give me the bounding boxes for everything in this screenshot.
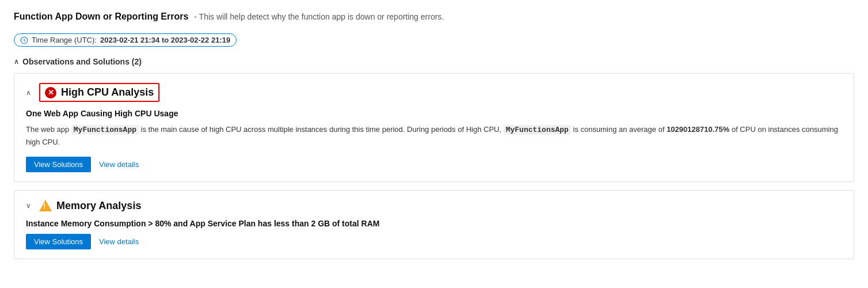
app-name-1: MyFunctionsApp (71, 125, 139, 135)
high-cpu-chevron[interactable]: ∧ (26, 89, 31, 97)
time-range-value: 2023-02-21 21:34 to 2023-02-22 21:19 (100, 36, 230, 44)
page-subtitle: - This will help detect why the function… (194, 12, 444, 21)
high-cpu-title-box: ✕ High CPU Analysis (39, 83, 159, 102)
high-cpu-view-details-link[interactable]: View details (99, 160, 139, 169)
high-cpu-actions: View Solutions View details (26, 157, 842, 172)
high-cpu-observation-text: The web app MyFunctionsApp is the main c… (26, 124, 842, 149)
memory-chevron[interactable]: ∨ (26, 202, 31, 210)
memory-observation-title: Instance Memory Consumption > 80% and Ap… (26, 219, 842, 228)
page-title: Function App Down or Reporting Errors (14, 12, 188, 21)
high-cpu-card-header: ∧ ✕ High CPU Analysis (26, 83, 842, 102)
error-icon: ✕ (45, 87, 56, 98)
high-cpu-view-solutions-button[interactable]: View Solutions (26, 157, 91, 172)
section-chevron: ∧ (14, 58, 19, 66)
obs-text-prefix: The web app (26, 125, 71, 134)
memory-title: Memory Analysis (56, 200, 141, 212)
memory-card-header: ∨ Memory Analysis (26, 200, 842, 212)
warning-icon (39, 200, 52, 211)
high-cpu-title: High CPU Analysis (61, 86, 154, 98)
memory-card: ∨ Memory Analysis Instance Memory Consum… (14, 190, 854, 259)
high-cpu-observation-title: One Web App Causing High CPU Usage (26, 109, 842, 118)
app-name-2: MyFunctionsApp (504, 125, 571, 135)
high-cpu-card: ∧ ✕ High CPU Analysis One Web App Causin… (14, 73, 854, 182)
cpu-bold-value: 10290128710.75% (667, 125, 729, 134)
time-range-label: Time Range (UTC): (32, 36, 97, 44)
memory-actions: View Solutions View details (26, 234, 842, 249)
obs-text-suffix-pre: is consuming an average of (571, 125, 667, 134)
time-range-badge[interactable]: Time Range (UTC): 2023-02-21 21:34 to 20… (14, 33, 237, 47)
observations-section-label: Observations and Solutions (2) (22, 57, 142, 66)
observations-section-header[interactable]: ∧ Observations and Solutions (2) (14, 57, 854, 66)
memory-view-solutions-button[interactable]: View Solutions (26, 234, 91, 249)
obs-text-middle: is the main cause of high CPU across mul… (139, 125, 504, 134)
memory-view-details-link[interactable]: View details (99, 237, 139, 246)
page-title-row: Function App Down or Reporting Errors - … (14, 12, 854, 22)
clock-icon (20, 36, 28, 44)
